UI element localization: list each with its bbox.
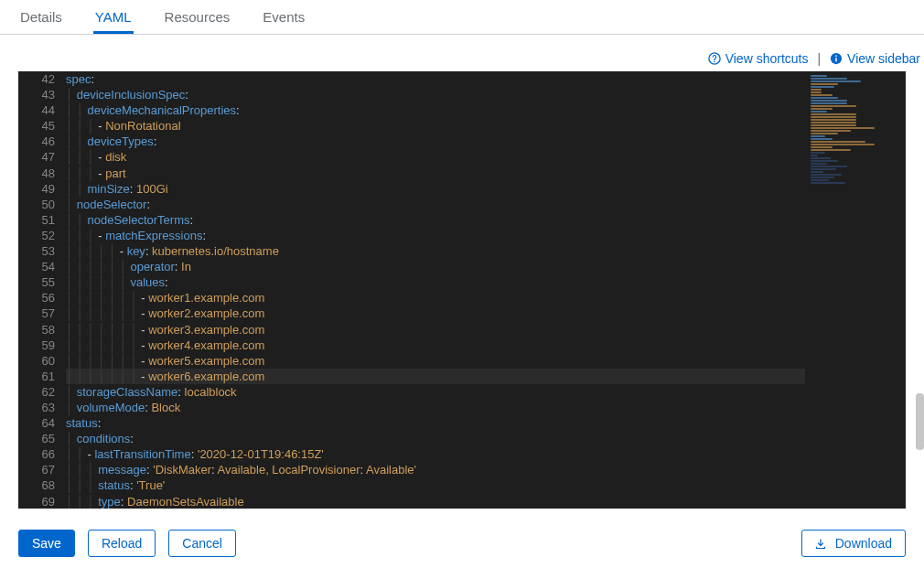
line-code[interactable]: │ │ │ │ │ - key: kubernetes.io/hostname <box>66 243 279 259</box>
editor-line[interactable]: 63│ volumeMode: Block <box>18 400 906 415</box>
minimap-line <box>811 171 823 173</box>
reload-button[interactable]: Reload <box>88 530 156 557</box>
line-number: 58 <box>18 322 66 338</box>
line-number: 42 <box>18 71 66 87</box>
editor-line[interactable]: 68│ │ │ status: 'True' <box>18 477 906 493</box>
editor-line[interactable]: 55│ │ │ │ │ │ values: <box>18 274 906 290</box>
editor-line[interactable]: 66│ │ - lastTransitionTime: '2020-12-01T… <box>18 446 906 462</box>
line-number: 59 <box>18 338 66 353</box>
editor-line[interactable]: 67│ │ │ message: 'DiskMaker: Available, … <box>18 462 906 477</box>
line-code[interactable]: │ │ │ │ │ │ │ - worker3.example.com <box>66 322 264 338</box>
editor-line[interactable]: 64status: <box>18 415 906 431</box>
download-button[interactable]: Download <box>801 530 906 557</box>
editor-line[interactable]: 57│ │ │ │ │ │ │ - worker2.example.com <box>18 305 906 321</box>
editor-line[interactable]: 60│ │ │ │ │ │ │ - worker5.example.com <box>18 353 906 369</box>
line-code[interactable]: │ │ │ │ │ │ │ - worker1.example.com <box>66 290 264 305</box>
tab-events[interactable]: Events <box>261 9 306 34</box>
save-button[interactable]: Save <box>18 530 75 557</box>
line-code[interactable]: status: <box>66 415 101 431</box>
editor-line[interactable]: 51│ │ nodeSelectorTerms: <box>18 212 906 228</box>
editor-line[interactable]: 46│ │ deviceTypes: <box>18 134 906 149</box>
minimap-line <box>811 124 856 126</box>
line-code[interactable]: │ │ │ - NonRotational <box>66 118 181 134</box>
editor-minimap[interactable] <box>805 71 906 509</box>
line-code[interactable]: │ │ nodeSelectorTerms: <box>66 212 193 228</box>
line-number: 48 <box>18 166 66 181</box>
minimap-line <box>811 122 856 123</box>
editor-line[interactable]: 62│ storageClassName: localblock <box>18 384 906 400</box>
minimap-line <box>811 102 847 104</box>
tab-resources[interactable]: Resources <box>163 9 232 34</box>
editor-content[interactable]: 42spec:43│ deviceInclusionSpec:44│ │ dev… <box>18 71 906 509</box>
view-shortcuts-link[interactable]: View shortcuts <box>708 51 809 66</box>
tab-details[interactable]: Details <box>18 9 64 34</box>
line-code[interactable]: │ │ │ - part <box>66 166 126 181</box>
editor-line[interactable]: 65│ conditions: <box>18 431 906 446</box>
editor-line[interactable]: 54│ │ │ │ │ │ operator: In <box>18 259 906 274</box>
editor-line[interactable]: 49│ │ minSize: 100Gi <box>18 181 906 197</box>
line-code[interactable]: │ │ │ │ │ │ │ - worker2.example.com <box>66 305 264 321</box>
line-code[interactable]: spec: <box>66 71 94 87</box>
line-code[interactable]: │ │ │ │ │ │ operator: In <box>66 259 191 274</box>
editor-line[interactable]: 59│ │ │ │ │ │ │ - worker4.example.com <box>18 338 906 353</box>
line-code[interactable]: │ │ │ - disk <box>66 149 126 165</box>
svg-rect-3 <box>835 58 836 61</box>
editor-line[interactable]: 61│ │ │ │ │ │ │ - worker6.example.com <box>18 369 906 384</box>
line-number: 65 <box>18 431 66 446</box>
editor-line[interactable]: 47│ │ │ - disk <box>18 149 906 165</box>
editor-line[interactable]: 45│ │ │ - NonRotational <box>18 118 906 134</box>
line-number: 46 <box>18 134 66 149</box>
line-number: 60 <box>18 353 66 369</box>
editor-line[interactable]: 43│ deviceInclusionSpec: <box>18 87 906 102</box>
line-number: 43 <box>18 87 66 102</box>
editor-line[interactable]: 48│ │ │ - part <box>18 166 906 181</box>
line-code[interactable]: │ │ deviceTypes: <box>66 134 156 149</box>
line-number: 69 <box>18 494 66 509</box>
tab-yaml[interactable]: YAML <box>93 9 134 34</box>
svg-point-1 <box>714 61 715 63</box>
line-code[interactable]: │ │ │ │ │ │ │ - worker4.example.com <box>66 338 264 353</box>
line-code[interactable]: │ │ │ status: 'True' <box>66 477 165 493</box>
editor-line[interactable]: 50│ nodeSelector: <box>18 197 906 212</box>
view-sidebar-link[interactable]: View sidebar <box>830 51 920 66</box>
cancel-button[interactable]: Cancel <box>168 530 236 557</box>
minimap-line <box>811 163 827 165</box>
minimap-line <box>811 86 834 88</box>
line-code[interactable]: │ │ │ type: DaemonSetsAvailable <box>66 494 244 509</box>
yaml-editor[interactable]: 42spec:43│ deviceInclusionSpec:44│ │ dev… <box>18 71 906 509</box>
line-number: 57 <box>18 305 66 321</box>
download-label: Download <box>835 536 892 551</box>
minimap-line <box>811 130 851 132</box>
editor-line[interactable]: 42spec: <box>18 71 906 87</box>
minimap-line <box>811 94 833 96</box>
editor-line[interactable]: 52│ │ │ - matchExpressions: <box>18 228 906 243</box>
line-code[interactable]: │ storageClassName: localblock <box>66 384 237 400</box>
editor-line[interactable]: 58│ │ │ │ │ │ │ - worker3.example.com <box>18 322 906 338</box>
editor-line[interactable]: 69│ │ │ type: DaemonSetsAvailable <box>18 494 906 509</box>
line-code[interactable]: │ │ - lastTransitionTime: '2020-12-01T19… <box>66 446 324 462</box>
editor-line[interactable]: 44│ │ deviceMechanicalProperties: <box>18 102 906 118</box>
svg-point-4 <box>835 55 837 57</box>
line-code[interactable]: │ volumeMode: Block <box>66 400 180 415</box>
minimap-line <box>811 116 856 118</box>
minimap-line <box>811 100 847 102</box>
line-code[interactable]: │ │ │ │ │ │ values: <box>66 274 168 290</box>
line-code[interactable]: │ │ │ - matchExpressions: <box>66 228 206 243</box>
line-code[interactable]: │ │ minSize: 100Gi <box>66 181 168 197</box>
minimap-line <box>811 174 842 176</box>
editor-line[interactable]: 53│ │ │ │ │ - key: kubernetes.io/hostnam… <box>18 243 906 259</box>
line-code[interactable]: │ conditions: <box>66 431 134 446</box>
line-code[interactable]: │ │ │ │ │ │ │ - worker6.example.com <box>66 369 264 384</box>
line-code[interactable]: │ deviceInclusionSpec: <box>66 87 188 102</box>
line-code[interactable]: │ │ │ │ │ │ │ - worker5.example.com <box>66 353 264 369</box>
line-number: 66 <box>18 446 66 462</box>
editor-line[interactable]: 56│ │ │ │ │ │ │ - worker1.example.com <box>18 290 906 305</box>
page-scrollbar[interactable] <box>916 393 924 450</box>
minimap-line <box>811 135 825 137</box>
help-icon <box>708 51 721 66</box>
line-code[interactable]: │ nodeSelector: <box>66 197 150 212</box>
minimap-line <box>811 80 861 82</box>
minimap-line <box>811 78 847 80</box>
line-code[interactable]: │ │ deviceMechanicalProperties: <box>66 102 240 118</box>
line-code[interactable]: │ │ │ message: 'DiskMaker: Available, Lo… <box>66 462 416 477</box>
